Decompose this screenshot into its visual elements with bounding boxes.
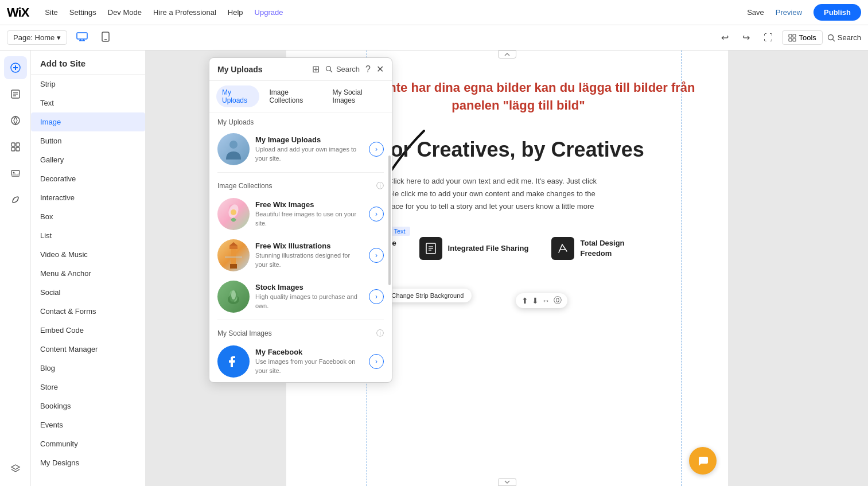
panel-item-box[interactable]: Box: [31, 207, 145, 226]
item-title-uploads: My Image Uploads: [255, 135, 363, 144]
panel-item-content[interactable]: Content Manager: [31, 340, 145, 359]
panel-item-list[interactable]: List: [31, 226, 145, 245]
blog-button[interactable]: [4, 188, 27, 211]
panel-item-embed[interactable]: Embed Code: [31, 321, 145, 340]
move-down-icon[interactable]: ⬇: [532, 296, 539, 305]
panel-item-decorative[interactable]: Decorative: [31, 169, 145, 188]
picker-item-text-uploads: My Image Uploads Upload and add your own…: [255, 135, 363, 163]
svg-rect-6: [789, 34, 792, 37]
resize-icon[interactable]: ↔: [542, 296, 550, 305]
tab-my-uploads[interactable]: My Uploads: [216, 85, 259, 107]
panel-item-events[interactable]: Events: [31, 415, 145, 434]
panel-item-designs[interactable]: My Designs: [31, 453, 145, 472]
tab-social-images[interactable]: My Social Images: [327, 85, 385, 107]
add-panel-title: Add to Site: [31, 50, 145, 75]
panel-item-contact[interactable]: Contact & Forms: [31, 302, 145, 321]
item-arrow-uploads[interactable]: ›: [369, 142, 384, 157]
picker-item-text-stock: Stock Images High quality images to purc…: [255, 283, 363, 310]
pages-button[interactable]: [4, 83, 27, 106]
svg-rect-41: [231, 247, 236, 264]
picker-item-my-uploads[interactable]: My Image Uploads Upload and add your own…: [214, 129, 387, 170]
item-arrow-illustrations[interactable]: ›: [369, 248, 384, 263]
divider-2: [217, 320, 384, 320]
apps-button[interactable]: [4, 135, 27, 158]
nav-dev-mode[interactable]: Dev Mode: [108, 8, 142, 17]
search-button[interactable]: Search: [827, 33, 861, 42]
panel-item-store[interactable]: Store: [31, 378, 145, 396]
panel-item-video[interactable]: Video & Music: [31, 245, 145, 264]
svg-rect-23: [16, 147, 20, 151]
nav-upgrade[interactable]: Upgrade: [255, 8, 283, 17]
tools-label: Tools: [799, 33, 816, 42]
picker-close-button[interactable]: ✕: [376, 64, 384, 75]
section-title-social: My Social Images ⓘ: [209, 322, 392, 341]
picker-item-free-images[interactable]: Free Wix Images Beautiful free images to…: [214, 193, 387, 235]
picker-list-collections: Free Wix Images Beautiful free images to…: [209, 193, 392, 317]
svg-line-36: [330, 71, 332, 73]
panel-item-blog[interactable]: Blog: [31, 359, 145, 378]
picker-item-illustrations[interactable]: Free Wix Illustrations Stunning illustra…: [214, 235, 387, 276]
move-up-icon[interactable]: ⬆: [521, 296, 528, 305]
tab-image-collections[interactable]: Image Collections: [264, 85, 322, 107]
panel-item-gallery[interactable]: Gallery: [31, 150, 145, 169]
chat-button[interactable]: [689, 447, 717, 475]
design-button[interactable]: [4, 109, 27, 132]
picker-search[interactable]: Search: [325, 65, 360, 73]
icon-sidebar: [0, 50, 31, 486]
canvas-bottom-handle[interactable]: [498, 478, 516, 486]
svg-point-19: [11, 116, 20, 125]
page-selector-label: Page: Home: [13, 33, 55, 42]
publish-button[interactable]: Publish: [813, 4, 861, 21]
nav-help[interactable]: Help: [228, 8, 243, 17]
panel-item-strip[interactable]: Strip: [31, 75, 145, 94]
section-social-label: My Social Images: [217, 329, 272, 337]
picker-tabs: My Uploads Image Collections My Social I…: [209, 81, 392, 112]
picker-scrollbar[interactable]: [388, 155, 391, 285]
social-info-icon: ⓘ: [376, 328, 384, 339]
preview-button[interactable]: Preview: [776, 8, 802, 17]
item-arrow-stock[interactable]: ›: [369, 289, 384, 304]
item-arrow-facebook[interactable]: ›: [369, 354, 384, 369]
panel-item-bookings[interactable]: Bookings: [31, 396, 145, 415]
mobile-view-button[interactable]: [97, 29, 114, 47]
svg-point-49: [231, 290, 236, 300]
redo-button[interactable]: ↪: [738, 29, 754, 46]
undo-button[interactable]: ↩: [717, 29, 733, 46]
nav-site[interactable]: Site: [45, 8, 57, 17]
panel-item-menu[interactable]: Menu & Anchor: [31, 264, 145, 283]
save-button[interactable]: Save: [747, 8, 764, 17]
item-arrow-free[interactable]: ›: [369, 207, 384, 221]
canvas-top-handle[interactable]: [498, 50, 516, 59]
page-selector[interactable]: Page: Home ▾: [7, 30, 67, 45]
change-strip-toolbar[interactable]: Change Strip Background: [384, 289, 472, 302]
feature-item-sharing: Integrated File Sharing: [419, 237, 529, 260]
picker-item-stock[interactable]: Stock Images High quality images to purc…: [214, 276, 387, 317]
panel-item-interactive[interactable]: Interactive: [31, 188, 145, 207]
add-elements-button[interactable]: [4, 56, 27, 79]
layers-button[interactable]: [4, 457, 27, 480]
item-title-illustrations: Free Wix Illustrations: [255, 242, 363, 250]
fullscreen-button[interactable]: ⛶: [759, 30, 777, 46]
picker-header-title: My Uploads: [217, 65, 263, 74]
nav-hire[interactable]: Hire a Professional: [153, 8, 216, 17]
panel-item-image[interactable]: Image: [31, 112, 145, 131]
nav-settings[interactable]: Settings: [69, 8, 96, 17]
change-strip-label: Change Strip Background: [392, 292, 464, 299]
item-title-free: Free Wix Images: [255, 200, 363, 209]
picker-item-facebook[interactable]: My Facebook Use images from your Faceboo…: [214, 341, 387, 382]
section-uploads-label: My Uploads: [217, 118, 254, 126]
panel-item-text[interactable]: Text: [31, 94, 145, 112]
wix-logo: WiX: [7, 5, 29, 20]
panel-item-community[interactable]: Community: [31, 434, 145, 453]
top-navigation: WiX Site Settings Dev Mode Hire a Profes…: [0, 0, 868, 25]
panel-item-social[interactable]: Social: [31, 283, 145, 302]
help-circle-icon[interactable]: ⓪: [554, 296, 562, 306]
tools-button[interactable]: Tools: [782, 30, 822, 45]
item-title-stock: Stock Images: [255, 283, 363, 291]
media-button[interactable]: [4, 162, 27, 185]
panel-item-button[interactable]: Button: [31, 131, 145, 150]
picker-grid-toggle[interactable]: ⊞: [312, 64, 320, 75]
add-to-site-panel: Add to Site Strip Text Image Button Gall…: [31, 50, 146, 486]
desktop-view-button[interactable]: [72, 29, 92, 46]
picker-help-button[interactable]: ?: [365, 64, 371, 75]
